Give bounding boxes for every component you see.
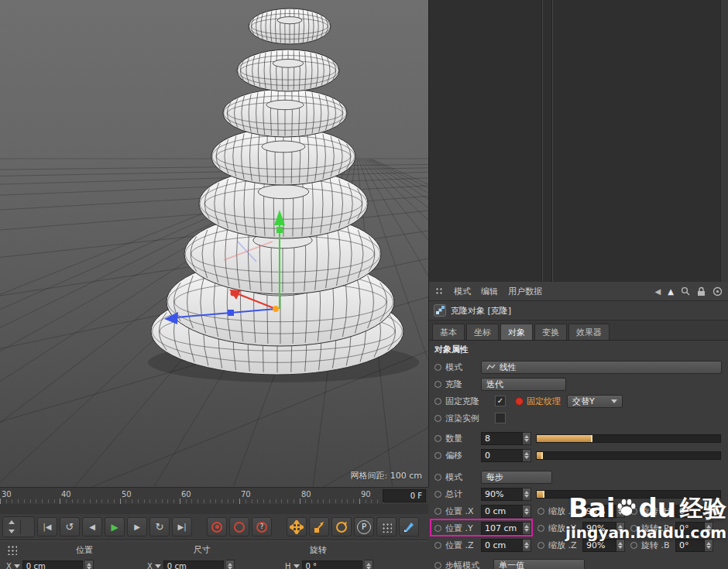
loop-button[interactable]: ↻ bbox=[149, 517, 170, 536]
position-x-stepper[interactable] bbox=[85, 560, 94, 569]
goto-start-button[interactable]: |◀ bbox=[37, 517, 57, 536]
timeline-ruler[interactable]: 30 40 50 60 70 80 90 bbox=[0, 488, 384, 504]
history-back-icon[interactable]: ◀ bbox=[655, 287, 661, 296]
total-stepper[interactable] bbox=[523, 488, 531, 501]
next-frame-button[interactable]: ▶ bbox=[127, 517, 147, 536]
scale-z-field[interactable]: 90% bbox=[582, 539, 625, 552]
panel-divider bbox=[541, 0, 543, 282]
rot-h-stepper[interactable] bbox=[705, 505, 713, 518]
scale-x-field[interactable]: 90% bbox=[582, 505, 625, 518]
rot-p-field[interactable]: 0° bbox=[675, 522, 713, 535]
chevron-down-icon[interactable] bbox=[14, 564, 20, 568]
play-button[interactable]: ▶ bbox=[105, 517, 125, 536]
scale-y-field[interactable]: 90% bbox=[582, 522, 625, 535]
scale-z-value[interactable]: 90% bbox=[582, 539, 616, 552]
rotation-h-stepper[interactable] bbox=[365, 560, 373, 569]
record-rotation-button[interactable] bbox=[331, 517, 352, 536]
pos-y-field[interactable]: 107 cm bbox=[481, 522, 531, 535]
rot-b-field[interactable]: 0° bbox=[675, 539, 713, 552]
frame-stepper[interactable] bbox=[2, 516, 35, 537]
tab-effectors[interactable]: 效果器 bbox=[568, 324, 610, 340]
rot-p-value[interactable]: 0° bbox=[675, 522, 705, 535]
offset-field[interactable]: 0 bbox=[481, 449, 531, 462]
chevron-down-icon[interactable] bbox=[155, 564, 161, 568]
record-dot-icon[interactable] bbox=[515, 397, 524, 406]
rot-b-label: 旋转 .B bbox=[641, 540, 675, 551]
tab-object[interactable]: 对象 bbox=[500, 324, 533, 340]
pos-x-value[interactable]: 0 cm bbox=[481, 505, 523, 518]
keyframe-selection-pen-button[interactable] bbox=[399, 517, 419, 536]
mode-dropdown[interactable]: 线性 bbox=[481, 361, 722, 374]
pos-x-stepper[interactable] bbox=[523, 505, 531, 518]
count-slider[interactable] bbox=[536, 434, 721, 443]
current-frame-field[interactable]: 0 F bbox=[383, 489, 426, 502]
rot-h-field[interactable]: 0° bbox=[675, 505, 713, 518]
fix-texture-dropdown[interactable]: 交替Y bbox=[567, 395, 623, 408]
tab-transform[interactable]: 变换 bbox=[534, 324, 567, 340]
size-x-field[interactable]: 0 cm bbox=[163, 560, 224, 569]
viewport-3d[interactable]: 网格间距: 100 cm bbox=[0, 0, 429, 487]
offset-stepper[interactable] bbox=[523, 449, 531, 462]
goto-end-button[interactable]: ▶| bbox=[172, 517, 192, 536]
keyframe-options-button[interactable]: ? bbox=[252, 517, 272, 536]
scale-y-stepper[interactable] bbox=[616, 522, 625, 535]
lock-icon[interactable] bbox=[697, 286, 706, 296]
pos-y-value[interactable]: 107 cm bbox=[481, 522, 523, 535]
count-value[interactable]: 8 bbox=[481, 432, 523, 445]
offset-slider[interactable] bbox=[536, 451, 721, 460]
previous-frame-button[interactable]: ◀ bbox=[82, 517, 102, 536]
offset-value[interactable]: 0 bbox=[481, 449, 523, 462]
count-field[interactable]: 8 bbox=[481, 432, 531, 445]
menu-mode[interactable]: 模式 bbox=[454, 286, 471, 297]
row-count: 数量 8 bbox=[429, 430, 728, 447]
scale-y-value[interactable]: 90% bbox=[582, 522, 616, 535]
autokey-button[interactable] bbox=[229, 517, 249, 536]
chevron-down-icon[interactable] bbox=[294, 564, 300, 568]
pos-z-value[interactable]: 0 cm bbox=[481, 539, 523, 552]
pos-y-stepper[interactable] bbox=[523, 522, 531, 535]
total-slider[interactable] bbox=[536, 490, 721, 499]
rot-h-value[interactable]: 0° bbox=[675, 505, 705, 518]
menu-userdata[interactable]: 用户数据 bbox=[508, 286, 542, 297]
record-keyframe-button[interactable] bbox=[207, 517, 227, 536]
record-keyframe-icon bbox=[211, 522, 222, 533]
axis-gizmo[interactable] bbox=[0, 0, 428, 487]
record-scale-button[interactable] bbox=[309, 517, 329, 536]
rotation-h-field[interactable]: 0 ° bbox=[302, 560, 362, 569]
object-title: 克隆对象 [克隆] bbox=[451, 305, 511, 317]
record-parameter-button[interactable]: P bbox=[354, 517, 374, 536]
pos-z-stepper[interactable] bbox=[523, 539, 531, 552]
menu-edit[interactable]: 编辑 bbox=[481, 286, 498, 297]
object-manager-panel[interactable] bbox=[429, 0, 728, 283]
size-x-stepper[interactable] bbox=[226, 560, 235, 569]
record-position-button[interactable] bbox=[287, 517, 307, 536]
total-field[interactable]: 90% bbox=[481, 488, 531, 501]
rot-p-stepper[interactable] bbox=[705, 522, 713, 535]
rot-b-stepper[interactable] bbox=[705, 539, 713, 552]
tab-basic[interactable]: 基本 bbox=[432, 324, 465, 340]
fix-clone-checkbox[interactable]: ✓ bbox=[495, 396, 506, 406]
attribute-menubar: 模式 编辑 用户数据 ◀ ▲ bbox=[429, 282, 728, 301]
total-value[interactable]: 90% bbox=[481, 488, 523, 501]
loop-back-button[interactable]: ↺ bbox=[60, 517, 80, 536]
pos-z-field[interactable]: 0 cm bbox=[481, 539, 531, 552]
arrow-up-icon[interactable]: ▲ bbox=[668, 287, 674, 296]
scale-x-value[interactable]: 90% bbox=[582, 505, 616, 518]
step-mode-dropdown[interactable]: 每步 bbox=[481, 471, 552, 484]
scale-z-stepper[interactable] bbox=[616, 539, 625, 552]
clones-dropdown[interactable]: 迭代 bbox=[481, 378, 566, 391]
vertical-scrollbar[interactable] bbox=[720, 0, 728, 282]
target-icon[interactable] bbox=[713, 286, 723, 296]
position-x-field[interactable]: 0 cm bbox=[22, 560, 83, 569]
render-instance-checkbox[interactable] bbox=[495, 413, 506, 423]
record-pla-button[interactable] bbox=[376, 517, 397, 536]
pos-x-field[interactable]: 0 cm bbox=[481, 505, 531, 518]
tab-coordinates[interactable]: 坐标 bbox=[466, 324, 499, 340]
panel-menu-icon[interactable] bbox=[434, 286, 444, 296]
mode-value: 线性 bbox=[500, 362, 517, 373]
rot-b-value[interactable]: 0° bbox=[675, 539, 705, 552]
search-icon[interactable] bbox=[681, 286, 690, 296]
scale-x-stepper[interactable] bbox=[616, 505, 625, 518]
step-amount-dropdown[interactable]: 单一值 bbox=[493, 559, 585, 569]
count-stepper[interactable] bbox=[523, 432, 531, 445]
